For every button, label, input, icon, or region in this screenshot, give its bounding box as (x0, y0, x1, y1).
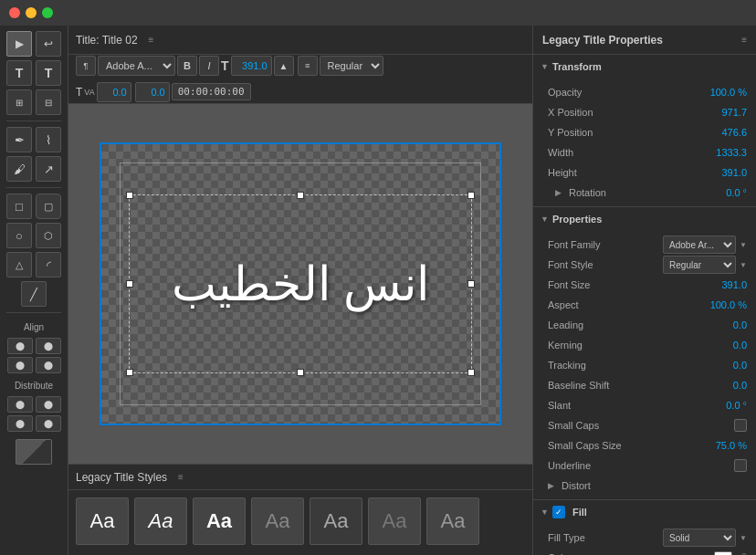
font-family-dropdown[interactable]: ▼ (740, 241, 747, 249)
paragraph-btn[interactable]: ¶ (76, 56, 96, 76)
triangle-tool[interactable]: △ (6, 252, 32, 278)
handle-tl[interactable] (126, 192, 133, 199)
font-size-input[interactable] (231, 56, 272, 76)
style-item-3[interactable]: Aa (193, 497, 246, 545)
align-right-btn[interactable]: ⬤ (36, 338, 61, 354)
distort-row: ▶ Distort (533, 476, 756, 496)
eyedropper-icon[interactable]: 🖊 (736, 551, 747, 555)
leading-group (133, 82, 170, 102)
brush-tool[interactable]: 🖌 (6, 156, 32, 182)
kerning-prop-value[interactable]: 0.0 (701, 340, 747, 351)
underline-checkbox[interactable] (734, 459, 747, 472)
font-family-select[interactable]: Adobe A... (98, 56, 175, 76)
distribute-h-btn[interactable]: ⬤ (7, 396, 33, 413)
bold-btn[interactable]: B (177, 56, 197, 76)
panel-menu-icon[interactable]: ≡ (149, 35, 154, 45)
color-swatch[interactable] (16, 439, 52, 465)
ellipse-tool[interactable]: ○ (6, 223, 32, 248)
right-panel-menu-icon[interactable]: ≡ (741, 35, 747, 45)
fill-section-header[interactable]: ▼ ✓ Fill (533, 500, 756, 524)
x-position-value[interactable]: 971.7 (701, 107, 747, 118)
handle-br[interactable] (467, 369, 475, 376)
fill-type-dropdown[interactable]: ▼ (740, 534, 747, 542)
italic-btn[interactable]: I (199, 56, 219, 76)
style-item-4[interactable]: Aa (251, 497, 304, 545)
properties-section-header[interactable]: ▼ Properties (533, 207, 756, 231)
rotation-value[interactable]: 0.0 ° (701, 187, 747, 198)
distribute-v-btn[interactable]: ⬤ (36, 396, 61, 413)
handle-bm[interactable] (297, 369, 304, 376)
styles-menu-icon[interactable]: ≡ (178, 472, 184, 482)
leading-prop-value[interactable]: 0.0 (701, 319, 747, 330)
y-position-value[interactable]: 476.6 (701, 127, 747, 138)
fill-color-preview[interactable] (714, 551, 732, 555)
select-tool[interactable]: ▶ (6, 31, 32, 57)
handle-tm[interactable] (297, 192, 304, 199)
line-tool[interactable]: ╱ (21, 281, 47, 307)
height-value[interactable]: 391.0 (701, 167, 747, 178)
font-style-select[interactable]: Regular (320, 56, 383, 76)
transform-section-header[interactable]: ▼ Transform (533, 55, 756, 79)
kerning-input[interactable] (97, 82, 131, 102)
area-text-h-tool[interactable]: ⊞ (6, 89, 32, 115)
toolbar-group-3: T VA 00:00:00:00 (76, 82, 251, 102)
handle-bl[interactable] (126, 369, 133, 376)
arrow-tool[interactable]: ↗ (36, 156, 61, 182)
tool-row-9: ╱ (21, 281, 47, 307)
width-value[interactable]: 1333.3 (701, 147, 747, 158)
font-family-prop-select[interactable]: Adobe Ar... (663, 236, 736, 254)
undo-tool[interactable]: ↩ (36, 31, 61, 57)
style-item-1[interactable]: Aa (76, 497, 129, 545)
handle-ml[interactable] (126, 280, 133, 288)
baseline-shift-value[interactable]: 0.0 (701, 380, 747, 391)
slant-value[interactable]: 0.0 ° (701, 400, 747, 411)
close-button[interactable] (9, 7, 20, 18)
opacity-value[interactable]: 100.0 % (701, 87, 747, 98)
pen-tool[interactable]: ✒ (6, 127, 32, 152)
round-rect-tool[interactable]: ▢ (36, 194, 61, 219)
style-item-7[interactable]: Aa (426, 497, 479, 545)
path-tool[interactable]: ⌇ (36, 127, 61, 152)
arc-tool[interactable]: ◜ (36, 252, 61, 278)
timecode: 00:00:00:00 (172, 83, 251, 100)
canvas[interactable]: انس الخطيب (100, 142, 501, 425)
fill-enabled-checkbox[interactable]: ✓ (552, 506, 565, 518)
fill-type-select[interactable]: Solid (663, 529, 736, 547)
font-style-dropdown[interactable]: ▼ (740, 261, 747, 269)
text-v-tool[interactable]: T (36, 60, 61, 86)
kerning-label: VA (84, 88, 94, 97)
handle-tr[interactable] (467, 192, 475, 199)
font-size-value[interactable]: 391.0 (701, 279, 747, 290)
tracking-value[interactable]: 0.0 (701, 360, 747, 371)
align-left-btn[interactable]: ⬤ (7, 338, 33, 354)
maximize-button[interactable] (42, 7, 53, 18)
polygon-tool[interactable]: ⬡ (36, 223, 61, 248)
small-caps-checkbox[interactable] (734, 419, 747, 432)
font-size-up-btn[interactable]: ▲ (274, 56, 294, 76)
rotation-label: Rotation (569, 187, 698, 198)
align-bottom-btn[interactable]: ⬤ (36, 357, 61, 373)
font-style-prop-select[interactable]: Regular (663, 256, 736, 274)
align-top-btn[interactable]: ⬤ (7, 357, 33, 373)
small-caps-size-row: Small Caps Size 75.0 % (533, 435, 756, 456)
small-caps-size-value[interactable]: 75.0 % (701, 440, 747, 451)
handle-mr[interactable] (467, 280, 475, 288)
properties-chevron: ▼ (541, 215, 549, 224)
rotation-chevron: ▶ (555, 188, 562, 197)
text-h-tool[interactable]: T (6, 60, 32, 86)
transform-title: Transform (552, 61, 602, 72)
tool-separator-2 (6, 187, 61, 188)
arabic-text: انس الخطيب (172, 257, 429, 311)
style-item-5[interactable]: Aa (310, 497, 362, 545)
baseline-shift-label: Baseline Shift (548, 380, 698, 391)
leading-input[interactable] (135, 82, 170, 102)
aspect-value[interactable]: 100.0 % (701, 299, 747, 310)
minimize-button[interactable] (26, 7, 37, 18)
style-item-6[interactable]: Aa (368, 497, 421, 545)
rect-tool[interactable]: □ (6, 194, 32, 219)
distribute-h2-btn[interactable]: ⬤ (7, 415, 33, 432)
area-text-v-tool[interactable]: ⊟ (36, 89, 61, 115)
style-item-2[interactable]: Aa (134, 497, 187, 545)
list-btn[interactable]: ≡ (298, 56, 318, 76)
distribute-v2-btn[interactable]: ⬤ (36, 415, 61, 432)
